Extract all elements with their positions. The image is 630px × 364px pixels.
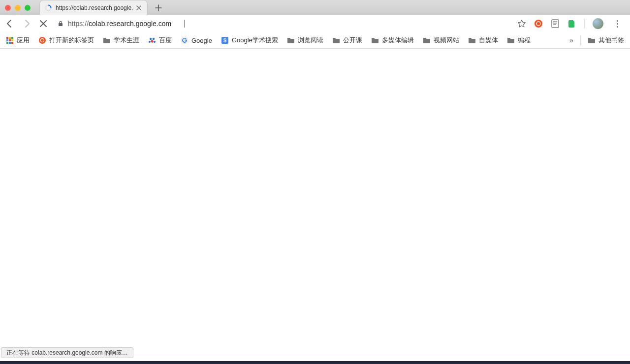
stop-loading-button[interactable]: [37, 18, 49, 30]
browser-tab[interactable]: https://colab.research.google.: [39, 0, 148, 15]
tab-strip: https://colab.research.google.: [0, 0, 630, 15]
evernote-extension-icon[interactable]: [567, 19, 576, 28]
bookmarks-overflow-button[interactable]: »: [569, 36, 573, 44]
extension-icon[interactable]: [534, 19, 543, 28]
status-bar: 正在等待 colab.research.google.com 的响应…: [1, 347, 133, 358]
svg-text:S: S: [223, 38, 227, 43]
apps-shortcut[interactable]: 应用: [6, 36, 30, 45]
lock-icon: [57, 20, 64, 27]
svg-point-21: [154, 41, 156, 43]
reader-extension-icon[interactable]: [551, 19, 560, 28]
profile-avatar[interactable]: [593, 18, 603, 29]
toolbar-actions: [517, 18, 626, 30]
bookmark-label: 视频网站: [434, 36, 459, 45]
bookmark-label: Google: [191, 37, 212, 44]
navigation-toolbar: https://colab.research.google.com: [0, 15, 630, 32]
maximize-window-button[interactable]: [25, 5, 31, 11]
bookmark-folder[interactable]: 视频网站: [423, 36, 459, 45]
svg-rect-10: [6, 39, 8, 41]
apps-label: 应用: [17, 36, 30, 45]
bookmark-label: 打开新的标签页: [49, 36, 94, 45]
bookmark-label: Google学术搜索: [232, 36, 278, 45]
svg-rect-14: [9, 42, 11, 44]
svg-rect-9: [11, 37, 13, 39]
bookmark-label: 浏览阅读: [298, 36, 323, 45]
svg-rect-7: [6, 37, 8, 39]
svg-rect-8: [9, 37, 11, 39]
url-host: colab.research.google.com: [89, 20, 171, 28]
bookmark-folder[interactable]: 公开课: [332, 36, 362, 45]
svg-rect-1: [59, 23, 63, 26]
bookmark-label: 公开课: [343, 36, 362, 45]
svg-point-19: [151, 40, 153, 42]
svg-point-16: [39, 37, 46, 44]
close-tab-button[interactable]: [135, 4, 142, 11]
bookmark-folder[interactable]: 浏览阅读: [287, 36, 323, 45]
bookmark-folder[interactable]: 自媒体: [468, 36, 498, 45]
bookmark-label: 学术生涯: [114, 36, 139, 45]
url-text: https://colab.research.google.com: [68, 20, 171, 28]
bookmark-item[interactable]: Google: [181, 36, 212, 44]
svg-rect-15: [11, 42, 13, 44]
loading-spinner-icon: [45, 4, 52, 11]
svg-rect-12: [11, 39, 13, 41]
close-window-button[interactable]: [5, 5, 11, 11]
bookmark-item[interactable]: S Google学术搜索: [221, 36, 278, 45]
back-button[interactable]: [4, 18, 16, 30]
bookmarks-bar: 应用 打开新的标签页 学术生涯 百度 Google S Google学术搜索 浏…: [0, 32, 630, 49]
bookmark-folder[interactable]: 编程: [507, 36, 531, 45]
bookmark-star-icon[interactable]: [517, 19, 526, 28]
bookmark-folder[interactable]: 学术生涯: [103, 36, 139, 45]
other-bookmarks-label: 其他书签: [598, 36, 624, 45]
bookmark-item[interactable]: 打开新的标签页: [38, 36, 94, 45]
svg-point-18: [153, 38, 155, 40]
desktop-sliver: [0, 361, 630, 364]
text-cursor: [185, 20, 185, 28]
new-tab-button[interactable]: [153, 2, 164, 14]
separator: [580, 35, 581, 45]
bookmark-item[interactable]: 百度: [148, 36, 172, 45]
svg-rect-11: [9, 39, 11, 41]
svg-point-2: [535, 20, 542, 28]
minimize-window-button[interactable]: [15, 5, 21, 11]
forward-button[interactable]: [21, 18, 32, 30]
page-content: 正在等待 colab.research.google.com 的响应…: [0, 49, 630, 361]
url-scheme: https://: [68, 20, 89, 28]
svg-rect-13: [6, 42, 8, 44]
tab-title: https://colab.research.google.: [56, 4, 135, 11]
bookmark-label: 编程: [518, 36, 531, 45]
chrome-menu-button[interactable]: [611, 18, 623, 30]
svg-point-20: [149, 41, 151, 43]
svg-point-17: [150, 38, 152, 40]
separator: [584, 19, 585, 29]
bookmark-label: 自媒体: [479, 36, 498, 45]
window-controls: [0, 1, 35, 15]
svg-rect-3: [552, 20, 559, 28]
bookmark-label: 多媒体编辑: [382, 36, 414, 45]
bookmark-label: 百度: [159, 36, 172, 45]
status-text: 正在等待 colab.research.google.com 的响应…: [6, 349, 128, 357]
bookmark-folder[interactable]: 多媒体编辑: [371, 36, 414, 45]
address-bar[interactable]: https://colab.research.google.com: [54, 17, 512, 30]
other-bookmarks-folder[interactable]: 其他书签: [588, 36, 624, 45]
